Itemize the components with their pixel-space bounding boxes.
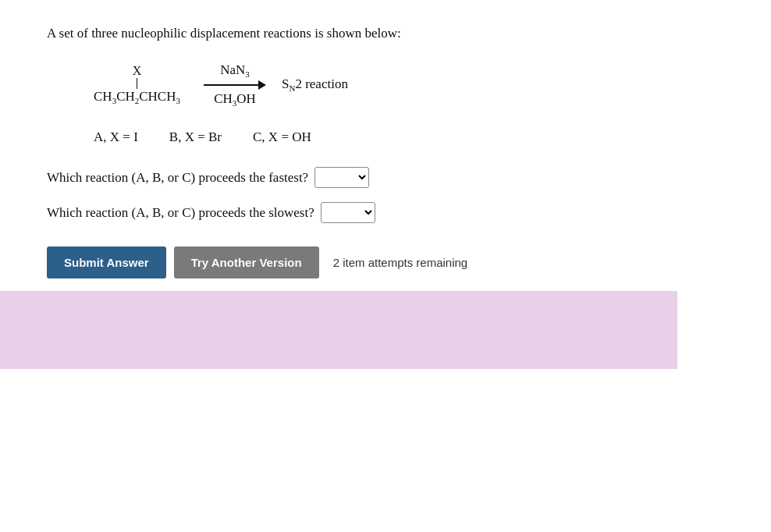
reactant-group: X CH3CH2CHCH3 [94,64,180,105]
submit-button[interactable]: Submit Answer [47,246,166,278]
reagent-top: NaN3 [220,62,250,79]
arrow-shaft [204,84,258,86]
reagent-bottom: CH3OH [214,91,256,108]
choice-b: B, X = Br [169,129,222,145]
try-another-button[interactable]: Try Another Version [174,246,319,278]
attempts-text: 2 item attempts remaining [333,256,468,269]
question-slowest-label: Which reaction (A, B, or C) proceeds the… [47,205,314,221]
product-label: SN2 reaction [282,76,348,93]
vertical-line [137,78,137,89]
question-slowest-row: Which reaction (A, B, or C) proceeds the… [47,202,724,223]
arrow-line [204,80,266,90]
reaction-diagram: X CH3CH2CHCH3 NaN3 CH3OH SN2 reaction [94,62,724,108]
choice-c: C, X = OH [253,129,311,145]
page-container: A set of three nucleophilic displacement… [0,0,771,532]
question-fastest-row: Which reaction (A, B, or C) proceeds the… [47,167,724,188]
reactant-formula: CH3CH2CHCH3 [94,89,180,105]
choices-row: A, X = I B, X = Br C, X = OH [94,129,724,145]
fastest-dropdown[interactable]: A B C [314,167,369,188]
pink-footer [0,291,677,369]
arrow-head [258,80,266,90]
choice-a: A, X = I [94,129,138,145]
x-label: X [133,64,142,78]
buttons-row: Submit Answer Try Another Version 2 item… [47,246,724,278]
slowest-dropdown[interactable]: A B C [321,202,375,223]
question-fastest-label: Which reaction (A, B, or C) proceeds the… [47,170,308,186]
intro-text: A set of three nucleophilic displacement… [47,23,724,44]
arrow-group: NaN3 CH3OH [204,62,266,108]
